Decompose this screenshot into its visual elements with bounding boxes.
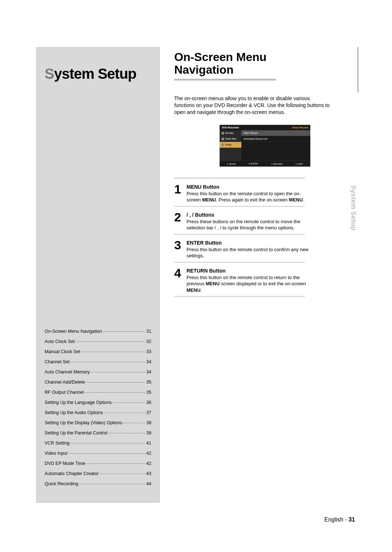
toc-row: Automatic Chapter Creator43	[45, 471, 151, 476]
step-divider	[174, 296, 305, 297]
toc-page: 36	[146, 400, 151, 405]
side-tab-label: System Setup	[350, 185, 357, 230]
step-title: MENU Button	[187, 184, 219, 190]
toc-row: VCR Setting41	[45, 441, 151, 446]
toc-dots	[86, 382, 145, 383]
step-body: ENTER ButtonPress this button on the rem…	[187, 239, 309, 259]
step-divider	[174, 262, 305, 262]
toc-dots	[104, 413, 146, 413]
toc-page: 39	[146, 430, 151, 436]
toc-page: 33	[146, 349, 151, 354]
toc-row: Setting Up the Language Options36	[45, 400, 151, 405]
osd-footer-enter: ● ENTER	[249, 163, 258, 165]
toc-row: RF Output Channel35	[45, 390, 151, 395]
toc-label: Auto Channel Memory	[45, 369, 90, 375]
toc-page: 43	[146, 471, 151, 476]
toc-dots	[79, 484, 145, 484]
osd-side-item-selected: Setup	[220, 142, 241, 148]
step-title: / , / Buttons	[187, 212, 214, 218]
step: 1MENU ButtonPress this button on the rem…	[174, 183, 309, 203]
toc-label: Setting Up the Parental Control	[45, 430, 107, 436]
toc-dots	[103, 331, 145, 332]
toc-dots	[91, 372, 145, 372]
osd-header: DVD-Recorder Timer Record	[220, 125, 310, 130]
step: 4RETURN ButtonPress this button on the r…	[174, 267, 309, 294]
toc-dots	[76, 342, 145, 342]
osd-footer-exit: ▭ EXIT	[295, 163, 303, 165]
step-number: 1	[174, 183, 184, 195]
left-column: System Setup On-Screen Menu Navigation31…	[36, 47, 160, 503]
toc-dots	[123, 423, 145, 423]
steps-list: 1MENU ButtonPress this button on the rem…	[174, 183, 356, 297]
osd-main-item-selected: Timer Record	[241, 130, 310, 136]
toc-row: Auto Channel Memory34	[45, 369, 151, 375]
toc-page: 41	[146, 441, 151, 446]
toc-dots	[85, 392, 145, 393]
page-content: System Setup On-Screen Menu Navigation31…	[0, 0, 392, 528]
page-heading: On-Screen Menu Navigation	[174, 51, 356, 76]
timer-icon	[221, 138, 224, 140]
toc-label: Auto Clock Set	[45, 339, 75, 344]
disc-icon	[221, 132, 224, 135]
toc-page: 42	[146, 461, 151, 466]
toc-page: 44	[146, 481, 151, 486]
toc-page: 32	[146, 339, 151, 344]
toc-row: Manual Clock Set33	[45, 349, 151, 354]
osd-body: No Disc Timer Rec. Setup Timer Record Sc…	[220, 130, 310, 161]
osd-header-right: Timer Record	[292, 126, 308, 129]
toc-row: On-Screen Menu Navigation31	[45, 329, 151, 334]
step: 2 / , / ButtonsPress these buttons on th…	[174, 211, 309, 231]
step-divider	[174, 234, 305, 234]
toc-page: 31	[146, 329, 151, 334]
section-title: System Setup	[45, 66, 151, 82]
section-title-rest: ystem Setup	[54, 66, 136, 82]
osd-side-item: No Disc	[220, 130, 241, 136]
toc-page: 38	[146, 420, 151, 425]
page-heading-line1: On-Screen Menu	[174, 51, 356, 64]
footer-language: English -	[324, 516, 349, 523]
toc-row: Channel Add/Delete35	[45, 380, 151, 385]
osd-main-item: Scheduled Record List	[241, 136, 310, 142]
toc-label: RF Output Channel	[45, 390, 84, 395]
toc-page: 34	[146, 369, 151, 375]
toc-page: 35	[146, 390, 151, 395]
table-of-contents: On-Screen Menu Navigation31Auto Clock Se…	[45, 329, 151, 491]
toc-row: DVD EP Mode Time42	[45, 461, 151, 466]
toc-label: Channel Add/Delete	[45, 380, 85, 385]
osd-screenshot: DVD-Recorder Timer Record No Disc Timer …	[220, 125, 310, 167]
toc-label: Setting Up the Display (Video) Options	[45, 420, 122, 425]
osd-footer: ✦ MOVE ● ENTER ↶ RETURN ▭ EXIT	[220, 161, 310, 167]
toc-dots	[86, 463, 145, 464]
osd-side-item: Timer Rec.	[220, 136, 241, 142]
toc-label: DVD EP Mode Time	[45, 461, 85, 466]
page-footer: English - 31	[324, 516, 355, 523]
right-column: On-Screen Menu Navigation The on-screen …	[174, 47, 356, 503]
toc-row: Quick Recording44	[45, 481, 151, 486]
step-title: ENTER Button	[187, 240, 221, 246]
toc-label: Setting Up the Language Options	[45, 400, 112, 405]
toc-label: Quick Recording	[45, 481, 78, 486]
osd-header-left: DVD-Recorder	[222, 126, 239, 129]
toc-label: Automatic Chapter Creator	[45, 471, 99, 476]
toc-row: Setting Up the Display (Video) Options38	[45, 420, 151, 425]
page-heading-line2: Navigation	[174, 64, 356, 76]
toc-dots	[69, 453, 145, 454]
toc-page: 34	[146, 359, 151, 364]
toc-row: Video Input42	[45, 451, 151, 456]
step-body: / , / ButtonsPress these buttons on the …	[187, 211, 309, 231]
toc-label: Video Input	[45, 451, 68, 456]
step-number: 3	[174, 239, 184, 251]
toc-page: 37	[146, 410, 151, 415]
heading-rule	[174, 79, 276, 81]
side-accent-bar	[357, 47, 359, 93]
step-title: RETURN Button	[187, 268, 225, 274]
toc-dots	[100, 474, 145, 474]
osd-footer-move: ✦ MOVE	[227, 163, 236, 165]
osd-sidebar: No Disc Timer Rec. Setup	[220, 130, 241, 161]
gear-icon	[221, 143, 224, 146]
toc-row: Setting Up the Parental Control39	[45, 430, 151, 436]
toc-page: 35	[146, 380, 151, 385]
toc-row: Auto Clock Set32	[45, 339, 151, 344]
toc-dots	[109, 433, 145, 433]
toc-label: VCR Setting	[45, 441, 70, 446]
